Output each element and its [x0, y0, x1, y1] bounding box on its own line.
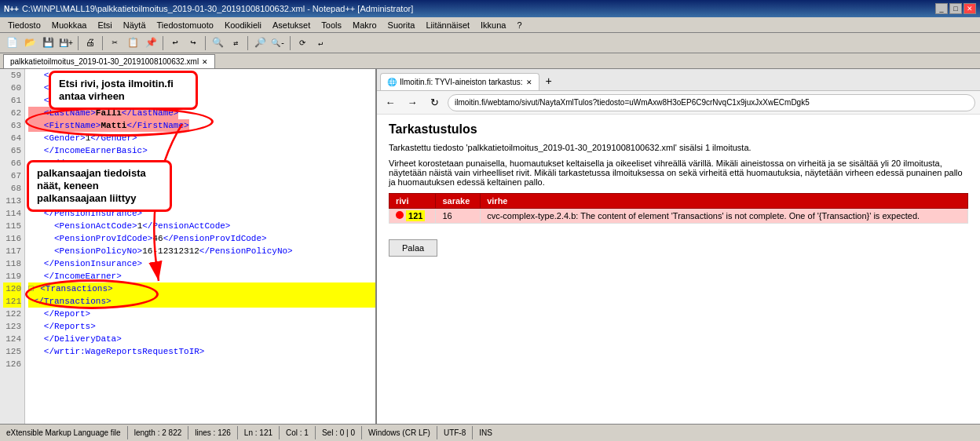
ln-122: 122: [3, 308, 21, 320]
ln-113: 113: [3, 195, 21, 207]
zoom-in-button[interactable]: 🔎: [251, 35, 269, 51]
status-length: length : 2 822: [128, 426, 189, 439]
title-bar: N++ C:\WINPL\MALL19\palkkatietoilmoitus_…: [0, 0, 980, 17]
status-ins: INS: [473, 426, 499, 439]
palaa-button[interactable]: Palaa: [389, 239, 437, 257]
error-sarake: 16: [436, 209, 481, 224]
ln-123: 123: [3, 320, 21, 333]
refresh-button[interactable]: ↻: [426, 94, 443, 111]
replace-button[interactable]: ⇄: [227, 35, 244, 51]
sep2: [102, 36, 103, 50]
ln-117: 117: [3, 245, 21, 257]
title-bar-controls: _ □ ✕: [935, 3, 976, 14]
sel-text: Sel : 0 | 0: [322, 428, 355, 437]
menu-tiedosto[interactable]: Tiedosto: [3, 20, 46, 31]
browser-tab-close[interactable]: ✕: [526, 78, 532, 86]
code-line-123: </Reports>: [28, 320, 375, 333]
menu-asetukset[interactable]: Asetukset: [268, 20, 315, 31]
col-rivi: rivi: [389, 194, 436, 209]
ln-67: 67: [3, 169, 21, 182]
menu-koodikieli[interactable]: Koodikieli: [220, 20, 266, 31]
save-button[interactable]: 💾: [39, 35, 57, 51]
ln-114: 114: [3, 207, 21, 220]
back-button[interactable]: ←: [382, 94, 399, 111]
menu-suorita[interactable]: Suorita: [383, 20, 420, 31]
zoom-out-button[interactable]: 🔍-: [269, 35, 287, 51]
code-line-66: <Addresses>: [28, 157, 375, 169]
minimize-button[interactable]: _: [935, 3, 948, 14]
code-line-117: <PensionPolicyNo>16-12312312</PensionPol…: [28, 245, 375, 257]
ins-text: INS: [479, 428, 492, 437]
sep4: [205, 36, 206, 50]
error-virhe: cvc-complex-type.2.4.b: The content of e…: [481, 209, 968, 224]
close-button[interactable]: ✕: [964, 3, 976, 14]
code-line-119: </IncomeEarner>: [28, 270, 375, 282]
menu-help[interactable]: ?: [512, 20, 526, 31]
sync-button[interactable]: ⟳: [294, 35, 311, 51]
browser-tabs: 🌐 Ilmoitin.fi: TYVI-aineiston tarkastus:…: [377, 69, 980, 91]
notepad-tab[interactable]: palkkatietoilmoitus_2019-01-30_201910081…: [3, 54, 215, 68]
redo-button[interactable]: ↪: [185, 35, 202, 51]
code-line-125: </wrtir:WageReportsRequestToIR>: [28, 345, 375, 358]
ln-120: 120: [3, 282, 21, 295]
ln-64: 64: [3, 132, 21, 144]
new-button[interactable]: 📄: [3, 35, 20, 51]
new-tab-button[interactable]: +: [539, 73, 558, 90]
browser-tab-label: Ilmoitin.fi: TYVI-aineiston tarkastus:: [400, 78, 523, 86]
code-line-63: <FirstName>Matti</FirstName>: [28, 119, 375, 132]
sep3: [163, 36, 163, 50]
encoding-text: UTF-8: [444, 428, 466, 437]
code-line-64: <Gender>1</Gender>: [28, 132, 375, 144]
copy-button[interactable]: 📋: [124, 35, 141, 51]
browser-tab-active[interactable]: 🌐 Ilmoitin.fi: TYVI-aineiston tarkastus:…: [380, 73, 539, 90]
sep1: [78, 36, 79, 50]
status-sel: Sel : 0 | 0: [316, 426, 362, 439]
ln-116: 116: [3, 232, 21, 245]
app-icon: N++: [4, 5, 19, 13]
menu-muokkaa[interactable]: Muokkaa: [47, 20, 92, 31]
forward-button[interactable]: →: [404, 94, 421, 111]
menu-liitannaiset[interactable]: Liitännäiset: [421, 20, 474, 31]
paste-button[interactable]: 📌: [142, 35, 159, 51]
code-line-60: </IncomeEarnerIds>: [28, 82, 375, 94]
code-line-124: </DeliveryData>: [28, 333, 375, 345]
menu-nayta[interactable]: Näytä: [119, 20, 151, 31]
notepad-tab-close[interactable]: ✕: [202, 58, 208, 66]
browser-content: Tarkastustulos Tarkastettu tiedosto 'pal…: [377, 115, 980, 424]
address-bar[interactable]: [448, 94, 975, 111]
tarkastustulos-title: Tarkastustulos: [389, 122, 968, 137]
undo-button[interactable]: ↩: [166, 35, 184, 51]
code-line-115: <PensionActCode>1</PensionActCode>: [28, 220, 375, 232]
error-table: rivi sarake virhe 121 16 cvc-complex-typ…: [389, 193, 968, 224]
col-virhe: virhe: [481, 194, 968, 209]
title-text: C:\WINPL\MALL19\palkkatietoilmoitus_2019…: [22, 4, 413, 13]
code-line-62: <LastName>Falli</LastName>: [28, 107, 375, 119]
ln-59: 59: [3, 69, 21, 82]
filetype-text: eXtensible Markup Language file: [6, 428, 121, 437]
tarkastustulos-p2: Virheet korostetaan punaisella, huomautu…: [389, 159, 968, 187]
wrap-button[interactable]: ↵: [312, 35, 329, 51]
notepad-tab-label: palkkatietoilmoitus_2019-01-30_201910081…: [10, 57, 199, 66]
ln-68: 68: [3, 182, 21, 195]
find-button[interactable]: 🔍: [209, 35, 226, 51]
menu-tools[interactable]: Tools: [316, 20, 346, 31]
status-bar: eXtensible Markup Language file length :…: [0, 424, 980, 441]
maximize-button[interactable]: □: [949, 3, 962, 14]
ln-62: 62: [3, 107, 21, 119]
code-line-59: </ID>: [28, 69, 375, 82]
cut-button[interactable]: ✂: [106, 35, 123, 51]
open-button[interactable]: 📂: [21, 35, 38, 51]
menu-makro[interactable]: Makro: [348, 20, 382, 31]
print-button[interactable]: 🖨: [82, 35, 99, 51]
ln-121: 121: [3, 295, 21, 308]
save-all-button[interactable]: 💾+: [57, 35, 75, 51]
code-lines[interactable]: </ID> </IncomeEarnerIds> <IncomeEarnerBa…: [25, 69, 375, 424]
status-eol: Windows (CR LF): [362, 426, 437, 439]
ln-124: 124: [3, 333, 21, 345]
menu-ikkuna[interactable]: Ikkuna: [476, 20, 510, 31]
length-text: length : 2 822: [134, 428, 182, 437]
code-line-122: </Report>: [28, 308, 375, 320]
menu-tiedostomuoto[interactable]: Tiedostomuoto: [152, 20, 218, 31]
code-line-120: □ <Transactions>: [28, 282, 375, 295]
menu-etsi[interactable]: Etsi: [93, 20, 116, 31]
